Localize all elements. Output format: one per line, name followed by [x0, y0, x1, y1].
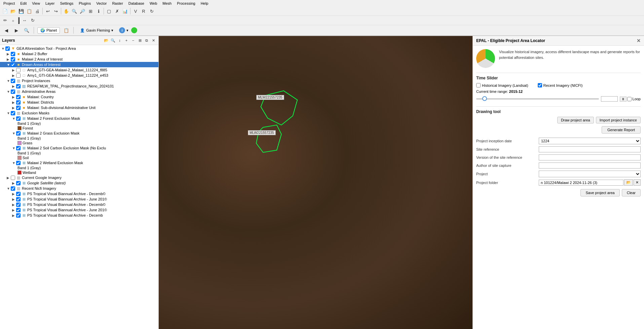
layer-malawi2-aoi-checkbox[interactable] — [11, 57, 15, 62]
layer-amy1-f885[interactable]: ▶ □ Amy1_GTI-GEA-Malawi-2_Malawi_111224_… — [0, 67, 158, 73]
layers-add-btn[interactable]: + — [123, 37, 129, 43]
rotate-btn[interactable]: ↻ — [29, 17, 36, 24]
loop-label[interactable]: Loop — [627, 97, 641, 101]
select-btn[interactable]: ▢ — [105, 7, 113, 15]
layer-google-sat-checkbox[interactable] — [16, 181, 21, 185]
menu-project[interactable]: Project — [2, 1, 16, 6]
layer-ps-trop-jun1[interactable]: ▶ ⊞ PS Tropical Visual Biannual Archive … — [0, 196, 158, 202]
recent-imagery-checkbox[interactable] — [538, 83, 542, 87]
layer-exclusion-masks[interactable]: ▼ ▥ Exclusion Masks — [0, 110, 158, 116]
layer-admin-areas[interactable]: ▼ ▥ Administrative Areas — [0, 89, 158, 94]
folder-browse-btn[interactable]: 📂 — [624, 179, 633, 186]
layer-malawi2-buffer-checkbox[interactable] — [11, 52, 15, 56]
menu-web[interactable]: Web — [148, 1, 158, 6]
zoom-in-btn[interactable]: 🔍 — [71, 7, 78, 15]
save-project-area-btn[interactable]: Save project area — [580, 189, 619, 196]
layer-malawi-districts-checkbox[interactable] — [16, 100, 21, 105]
info-circle-icon[interactable]: i — [119, 27, 125, 33]
layer-forest-mask[interactable]: ▼ ⊞ Malawi 2 Forest Exclusion Mask — [0, 116, 158, 121]
time-slider-track[interactable] — [476, 98, 599, 100]
layer-malawi2-aoi[interactable]: ▶ ■ Malawi 2 Area of Interest — [0, 57, 158, 62]
redo-btn[interactable]: ↪ — [52, 7, 60, 15]
layer-ps-trop-jun1-checkbox[interactable] — [16, 197, 21, 202]
layers-open-btn[interactable]: 📂 — [103, 37, 109, 43]
import-project-instance-btn[interactable]: Import project instance — [596, 117, 641, 123]
layer-current-google[interactable]: ▶ ▥ Current Google Imagery — [0, 175, 158, 180]
layer-grass-mask[interactable]: ▼ ⊞ Malawi 2 Grass Exclusion Mask — [0, 131, 158, 136]
layer-admin-areas-checkbox[interactable] — [11, 89, 15, 94]
attribute-btn[interactable]: 📊 — [121, 7, 129, 15]
layers-expand-btn[interactable]: ⊞ — [137, 37, 143, 43]
zoom-out-btn[interactable]: 🔎 — [79, 7, 86, 15]
layer-malawi-subdiv[interactable]: ▶ ■ Malawi: Sub-divisional Administrativ… — [0, 105, 158, 110]
edit-btn[interactable]: ✏ — [1, 17, 9, 24]
layer-recent-nicfi-checkbox[interactable] — [11, 186, 15, 191]
layer-amy1-f885-checkbox[interactable] — [16, 68, 21, 72]
layer-drawn-aoi-checkbox[interactable] — [11, 63, 15, 67]
planet-button[interactable]: 🌍 Planet — [37, 27, 60, 34]
epal-close-btn[interactable]: ✕ — [637, 38, 641, 43]
pan-btn[interactable]: ✋ — [63, 7, 70, 15]
layer-ps-trop-dec3[interactable]: ▶ ⊞ PS Tropical Visual Biannual Archive … — [0, 213, 158, 218]
author-input[interactable] — [539, 162, 641, 169]
new-project-btn[interactable]: 📄 — [1, 7, 9, 15]
open-project-btn[interactable]: 📂 — [9, 7, 17, 15]
time-slider-spin[interactable]: 1,00 — [601, 96, 618, 102]
folder-clear-btn[interactable]: ✕ — [634, 179, 641, 186]
zoom-full-btn[interactable]: ⊞ — [87, 7, 94, 15]
layer-gea-root-checkbox[interactable] — [5, 46, 10, 51]
project-select[interactable] — [539, 171, 641, 177]
layers-sort-btn[interactable]: ↕ — [117, 37, 123, 43]
layer-ps-trop-dec2[interactable]: ▶ ⊞ PS Tropical Visual Biannual Archive … — [0, 202, 158, 207]
layers-close-btn[interactable]: ✕ — [150, 37, 156, 43]
layer-malawi-districts[interactable]: ▶ ■ Malawi: Districts — [0, 100, 158, 105]
layers-remove-btn[interactable]: − — [130, 37, 136, 43]
pause-button[interactable]: ⏸ — [620, 97, 627, 102]
identify-btn[interactable]: ℹ — [95, 7, 102, 15]
layer-resafmlw-checkbox[interactable] — [16, 84, 21, 88]
layer-amy1-e453-checkbox[interactable] — [16, 73, 21, 78]
menu-database[interactable]: Database — [127, 1, 146, 6]
historical-imagery-label[interactable]: Historical Imagery (Landsat) — [476, 83, 528, 87]
menu-settings[interactable]: Settings — [59, 1, 75, 6]
layer-ps-trop-dec1[interactable]: ▶ ⊞ PS Tropical Visual Biannual Archive … — [0, 191, 158, 196]
refresh-btn[interactable]: ↻ — [148, 7, 155, 15]
layer-wetland-mask[interactable]: ▼ ⊞ Malawi 2 Wetland Exclusion Mask — [0, 160, 158, 166]
layer-malawi-country[interactable]: ▶ ■ Malawi: Country — [0, 94, 158, 100]
nav-fwd-btn[interactable]: ▶ — [13, 27, 20, 34]
layer-gea-root[interactable]: ▼ ▼ GEA Aforestation Tool - Project Area — [0, 46, 158, 51]
layer-forest-mask-checkbox[interactable] — [16, 116, 21, 121]
layer-wetland-mask-checkbox[interactable] — [16, 161, 21, 165]
recent-imagery-label[interactable]: Recent Imagery (NICFI) — [538, 83, 583, 87]
layer-current-google-checkbox[interactable] — [11, 176, 15, 180]
planet-settings-btn[interactable]: 📋 — [63, 27, 70, 34]
layer-proj-instances[interactable]: ▼ ▥ Project Instances — [0, 78, 158, 83]
layer-ps-trop-jun2-checkbox[interactable] — [16, 208, 21, 212]
loop-checkbox[interactable] — [627, 97, 632, 101]
time-slider-thumb[interactable] — [482, 96, 487, 101]
layer-malawi-country-checkbox[interactable] — [16, 95, 21, 99]
move-btn[interactable]: ↔ — [21, 17, 28, 24]
clear-btn[interactable]: Clear — [622, 189, 641, 196]
undo-btn[interactable]: ↩ — [44, 7, 51, 15]
menu-layer[interactable]: Layer — [44, 1, 56, 6]
menu-mesh[interactable]: Mesh — [161, 1, 173, 6]
layer-recent-nicfi[interactable]: ▼ ▥ Recent Nicfi Imagery — [0, 186, 158, 191]
layer-proj-instances-checkbox[interactable] — [11, 79, 15, 83]
layer-google-sat[interactable]: ▶ ⊞ Google Satellite (latest) — [0, 180, 158, 186]
menu-help[interactable]: Help — [199, 1, 210, 6]
layer-soil-mask[interactable]: ▼ ⊞ Malawi 2 Soil Carbon Exclusion Mask … — [0, 145, 158, 151]
layer-amy1-e453[interactable]: ▶ □ Amy1_GTI-GEA-Malawi-2_Malawi_111224_… — [0, 73, 158, 78]
save-as-btn[interactable]: 📋 — [26, 7, 33, 15]
deselect-btn[interactable]: ✗ — [113, 7, 121, 15]
inception-date-select[interactable]: 1224 — [539, 138, 641, 144]
layer-ps-trop-dec3-checkbox[interactable] — [16, 213, 21, 218]
historical-imagery-checkbox[interactable] — [476, 83, 481, 87]
menu-view[interactable]: View — [31, 1, 41, 6]
nav-back-btn[interactable]: ◀ — [3, 27, 10, 34]
draw-project-area-btn[interactable]: Draw project area — [557, 117, 594, 123]
layer-ps-trop-dec2-checkbox[interactable] — [16, 203, 21, 207]
print-btn[interactable]: 🖨 — [34, 7, 41, 15]
site-reference-input[interactable] — [539, 146, 641, 152]
user-button[interactable]: 👤 Gavin Fleming ▾ — [77, 27, 116, 34]
